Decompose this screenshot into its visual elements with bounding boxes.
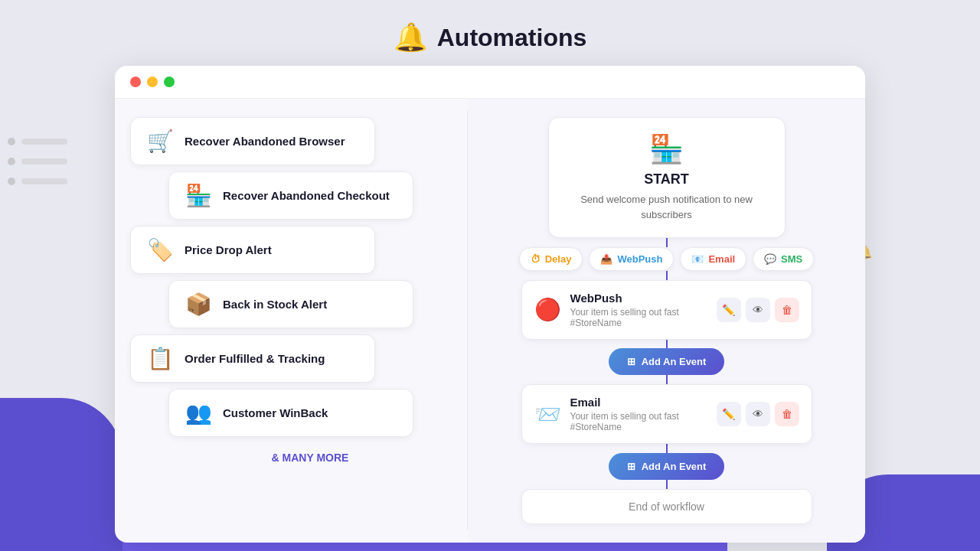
sms-label: SMS xyxy=(781,253,802,265)
recover-browser-icon: 🛒 xyxy=(146,129,174,154)
header-bell-icon: 🔔 xyxy=(394,21,428,54)
webpush-event-desc: Your item is selling out fast #StoreName xyxy=(570,307,707,328)
add-event-label-2: Add An Event xyxy=(642,461,707,472)
delay-icon: ⏱ xyxy=(531,253,541,265)
email-icon: 📧 xyxy=(691,253,704,265)
email-event-content: Email Your item is selling out fast #Sto… xyxy=(570,396,707,432)
automation-card-order-fulfilled[interactable]: 📋 Order Fulfilled & Tracking xyxy=(130,334,375,383)
sidebar-dot-2 xyxy=(8,158,15,165)
add-event-button-1[interactable]: ⊞ Add An Event xyxy=(609,348,725,375)
email-event-actions: ✏️ 👁 🗑 xyxy=(717,402,799,426)
add-event-button-2[interactable]: ⊞ Add An Event xyxy=(609,453,725,480)
page-header: 🔔 Automations xyxy=(0,0,980,66)
email-event-desc: Your item is selling out fast #StoreName xyxy=(570,411,707,432)
automation-card-customer-winback[interactable]: 👥 Customer WinBack xyxy=(168,389,413,437)
add-event-icon-2: ⊞ xyxy=(627,461,635,472)
connector-6 xyxy=(666,480,668,489)
sidebar-line-2 xyxy=(21,158,67,165)
connector-5 xyxy=(666,444,668,453)
back-in-stock-icon: 📦 xyxy=(185,292,212,317)
webpush-edit-button[interactable]: ✏️ xyxy=(717,298,741,322)
traffic-light-green[interactable] xyxy=(164,77,175,87)
start-card[interactable]: 🏪 START Send welcome push notification t… xyxy=(548,117,786,238)
traffic-light-red[interactable] xyxy=(130,77,141,87)
connector-4 xyxy=(666,375,668,384)
recover-checkout-icon: 🏪 xyxy=(185,183,212,208)
sms-icon: 💬 xyxy=(764,253,776,265)
webpush-icon: 📤 xyxy=(600,253,612,265)
card-wrapper-recover-browser: 🛒 Recover Abandoned Browser xyxy=(130,117,452,165)
email-label: Email xyxy=(708,253,735,265)
price-drop-icon: 🏷️ xyxy=(146,237,174,262)
main-content-area: 🛒 Recover Abandoned Browser 🏪 Recover Ab… xyxy=(115,99,865,543)
email-view-button[interactable]: 👁 xyxy=(746,402,770,426)
add-event-icon-1: ⊞ xyxy=(627,356,635,367)
order-fulfilled-label: Order Fulfilled & Tracking xyxy=(185,352,325,365)
email-event-title: Email xyxy=(570,396,707,409)
start-label: START xyxy=(567,171,766,187)
back-in-stock-label: Back in Stock Alert xyxy=(223,298,327,311)
add-event-label-1: Add An Event xyxy=(642,356,707,367)
customer-winback-icon: 👥 xyxy=(185,400,212,425)
automation-card-recover-browser[interactable]: 🛒 Recover Abandoned Browser xyxy=(130,117,375,165)
automation-card-price-drop[interactable]: 🏷️ Price Drop Alert xyxy=(130,226,375,274)
email-delete-button[interactable]: 🗑 xyxy=(775,402,799,426)
customer-winback-label: Customer WinBack xyxy=(223,406,328,419)
email-event-card: 📨 Email Your item is selling out fast #S… xyxy=(521,384,812,444)
connector-3 xyxy=(666,340,668,349)
page-title: Automations xyxy=(437,24,587,52)
automation-card-back-in-stock[interactable]: 📦 Back in Stock Alert xyxy=(168,280,413,328)
workflow-panel: 🏪 START Send welcome push notification t… xyxy=(468,99,865,543)
price-drop-label: Price Drop Alert xyxy=(185,243,272,256)
card-wrapper-recover-checkout: 🏪 Recover Abandoned Checkout xyxy=(130,171,452,220)
window-chrome xyxy=(115,66,865,99)
webpush-event-title: WebPush xyxy=(570,292,707,305)
many-more-wrapper: & MANY MORE xyxy=(130,451,452,465)
traffic-light-yellow[interactable] xyxy=(147,77,158,87)
sidebar-dot-3 xyxy=(8,178,15,185)
main-window: 🛒 Recover Abandoned Browser 🏪 Recover Ab… xyxy=(115,66,865,543)
connector-1 xyxy=(666,238,668,247)
card-wrapper-order-fulfilled: 📋 Order Fulfilled & Tracking xyxy=(130,334,452,383)
action-buttons-row: ⏱ Delay 📤 WebPush 📧 Email 💬 SMS xyxy=(519,247,815,271)
delay-button[interactable]: ⏱ Delay xyxy=(519,247,583,271)
card-wrapper-price-drop: 🏷️ Price Drop Alert xyxy=(130,226,452,274)
email-event-icon: 📨 xyxy=(534,402,561,427)
delay-label: Delay xyxy=(545,253,572,265)
card-wrapper-customer-winback: 👥 Customer WinBack xyxy=(130,389,452,437)
order-fulfilled-icon: 📋 xyxy=(146,346,174,371)
sms-button[interactable]: 💬 SMS xyxy=(753,247,814,271)
sidebar-line-1 xyxy=(21,139,67,145)
automation-card-recover-checkout[interactable]: 🏪 Recover Abandoned Checkout xyxy=(168,171,413,220)
recover-checkout-label: Recover Abandoned Checkout xyxy=(223,189,390,202)
start-store-icon: 🏪 xyxy=(567,133,766,165)
email-button[interactable]: 📧 Email xyxy=(680,247,746,271)
webpush-delete-button[interactable]: 🗑 xyxy=(775,298,799,322)
end-workflow: End of workflow xyxy=(521,489,812,524)
webpush-view-button[interactable]: 👁 xyxy=(746,298,770,322)
webpush-event-card: 🔴 WebPush Your item is selling out fast … xyxy=(521,280,812,340)
webpush-event-icon: 🔴 xyxy=(534,297,561,322)
email-edit-button[interactable]: ✏️ xyxy=(717,402,741,426)
start-description: Send welcome push notification to new su… xyxy=(567,192,766,222)
many-more-link[interactable]: & MANY MORE xyxy=(272,452,349,464)
recover-browser-label: Recover Abandoned Browser xyxy=(185,135,345,148)
automation-list-panel: 🛒 Recover Abandoned Browser 🏪 Recover Ab… xyxy=(115,99,467,543)
connector-2 xyxy=(666,271,668,280)
card-wrapper-back-in-stock: 📦 Back in Stock Alert xyxy=(130,280,452,328)
sidebar-line-3 xyxy=(21,178,67,184)
webpush-event-actions: ✏️ 👁 🗑 xyxy=(717,298,799,322)
webpush-label: WebPush xyxy=(617,253,662,265)
webpush-event-content: WebPush Your item is selling out fast #S… xyxy=(570,292,707,328)
webpush-button[interactable]: 📤 WebPush xyxy=(589,247,674,271)
end-workflow-label: End of workflow xyxy=(629,500,704,513)
sidebar-dot-1 xyxy=(8,138,15,145)
